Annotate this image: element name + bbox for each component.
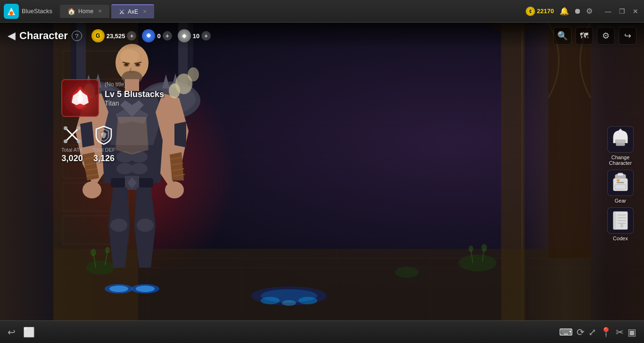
- minimize-button[interactable]: —: [603, 8, 613, 15]
- svg-point-88: [77, 139, 81, 143]
- svg-point-65: [83, 181, 101, 198]
- restore-button[interactable]: ❐: [617, 8, 627, 15]
- svg-rect-91: [615, 139, 626, 143]
- bluestacks-logo: [4, 4, 19, 19]
- tab-axe[interactable]: ⚔ AxE ✕: [111, 4, 154, 18]
- back-nav-icon[interactable]: ↩: [8, 327, 16, 338]
- hud-right: 🔍 🗺 ⚙ ↪: [553, 27, 636, 45]
- help-button[interactable]: ?: [72, 31, 82, 41]
- svg-point-84: [77, 95, 83, 103]
- gray-currency: ◈ 10 +: [178, 29, 211, 42]
- character-avatar-area: (No title) Lv 5 Blustacks Titan: [61, 79, 179, 117]
- search-hud-button[interactable]: 🔍: [553, 27, 571, 45]
- gold-value: 23,525: [107, 33, 125, 40]
- svg-point-2: [9, 11, 13, 15]
- character-avatar: [61, 79, 99, 117]
- stat-atk: Total ATK 3,020: [61, 124, 83, 163]
- svg-point-60: [131, 163, 148, 174]
- codex-button[interactable]: Codex: [602, 207, 639, 241]
- character-model: [47, 23, 217, 305]
- svg-rect-92: [616, 143, 625, 146]
- expand-icon[interactable]: ⤢: [588, 327, 596, 338]
- hud-currencies: G 23,525 + ❋ 0 + ◈ 10 +: [91, 29, 211, 42]
- atk-label: Total ATK: [61, 147, 83, 153]
- character-details: (No title) Lv 5 Blustacks Titan: [105, 79, 164, 107]
- svg-point-90: [64, 139, 67, 143]
- character-no-title: (No title): [105, 81, 164, 88]
- change-character-label: Change Character: [609, 155, 632, 166]
- settings-icon[interactable]: ⚙: [586, 7, 593, 16]
- gear-icon: [607, 170, 634, 196]
- svg-rect-95: [617, 182, 624, 183]
- character-info-panel: (No title) Lv 5 Blustacks Titan: [61, 79, 179, 163]
- def-label: Total DEF: [92, 147, 115, 153]
- map-hud-button[interactable]: 🗺: [575, 27, 593, 45]
- def-value: 3,126: [92, 154, 115, 163]
- svg-rect-99: [613, 212, 616, 230]
- character-class: Titan: [105, 99, 164, 107]
- character-level-name: Lv 5 Blustacks: [105, 90, 164, 99]
- svg-point-70: [165, 181, 184, 198]
- svg-point-79: [188, 67, 199, 82]
- record-icon[interactable]: ⏺: [574, 7, 581, 16]
- gear-button[interactable]: Gear: [602, 170, 639, 204]
- stat-def: Total DEF 3,126: [92, 124, 115, 163]
- codex-icon: [607, 207, 634, 234]
- tab-close-icon[interactable]: ✕: [98, 8, 102, 14]
- gear-label: Gear: [615, 198, 626, 204]
- page-title: Character: [19, 30, 68, 42]
- bottom-left-controls: ↩ ⬜: [8, 327, 35, 338]
- gold-add-button[interactable]: +: [127, 31, 136, 41]
- bluestacks-brand: BlueStacks: [22, 8, 52, 15]
- window-icon[interactable]: ▣: [627, 327, 636, 338]
- notification-icon[interactable]: 🔔: [560, 7, 569, 16]
- def-icon: [93, 124, 114, 145]
- game-hud-top: ◀ Character ? G 23,525 + ❋ 0 + ◈ 10 +: [0, 23, 644, 49]
- svg-point-75: [137, 219, 154, 232]
- gray-add-button[interactable]: +: [201, 31, 211, 41]
- atk-value: 3,020: [61, 154, 83, 163]
- coin-icon: ₵: [526, 7, 535, 16]
- blue-currency-icon: ❋: [142, 29, 155, 42]
- gray-currency-icon: ◈: [178, 29, 191, 42]
- game-area: ◀ Character ? G 23,525 + ❋ 0 + ◈ 10 +: [0, 23, 644, 320]
- svg-point-89: [77, 126, 81, 130]
- atk-icon: [62, 124, 83, 145]
- change-character-button[interactable]: Change Character: [602, 126, 639, 166]
- gold-currency: G 23,525 +: [91, 29, 137, 42]
- tab-home[interactable]: 🏠 Home ✕: [60, 5, 109, 18]
- blue-currency-value: 0: [157, 33, 160, 40]
- exit-hud-button[interactable]: ↪: [619, 27, 636, 45]
- character-stats: Total ATK 3,020 Total DEF 3,126: [61, 124, 179, 163]
- axe-tab-label: AxE: [128, 8, 138, 15]
- hud-left: ◀ Character ?: [8, 30, 82, 42]
- svg-point-87: [64, 126, 67, 130]
- gold-icon: G: [91, 29, 105, 42]
- home-icon: 🏠: [67, 8, 75, 15]
- axe-tab-close-icon[interactable]: ✕: [143, 9, 147, 14]
- location-icon[interactable]: 📍: [600, 327, 612, 338]
- close-button[interactable]: ✕: [631, 8, 640, 15]
- scissors-icon[interactable]: ✂: [616, 327, 624, 338]
- home-nav-icon[interactable]: ⬜: [23, 327, 35, 338]
- svg-point-82: [109, 286, 128, 292]
- coin-value: 22170: [537, 8, 554, 15]
- keyboard-icon[interactable]: ⌨: [559, 327, 573, 338]
- rotate-icon[interactable]: ⟳: [577, 327, 585, 338]
- svg-point-83: [136, 286, 155, 292]
- back-button[interactable]: ◀: [8, 30, 16, 42]
- axe-game-icon: ⚔: [119, 8, 125, 16]
- svg-point-38: [120, 49, 139, 64]
- blue-add-button[interactable]: +: [163, 31, 172, 41]
- bottom-right-controls: ⌨ ⟳ ⤢ 📍 ✂ ▣: [559, 327, 636, 338]
- home-tab-label: Home: [78, 8, 93, 15]
- bg-arch-right: [521, 23, 606, 320]
- right-side-menu: Change Character: [602, 126, 639, 241]
- svg-rect-97: [617, 179, 619, 181]
- blue-currency: ❋ 0 +: [142, 29, 172, 42]
- settings-hud-button[interactable]: ⚙: [597, 27, 615, 45]
- change-character-icon: [607, 126, 634, 153]
- codex-label: Codex: [613, 236, 628, 241]
- svg-point-74: [110, 219, 127, 232]
- gray-currency-value: 10: [193, 33, 199, 40]
